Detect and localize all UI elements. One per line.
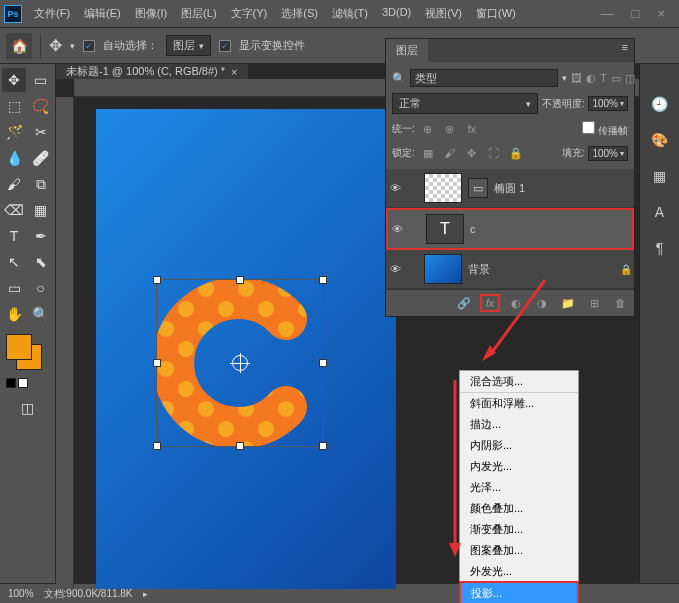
swatches-icon[interactable]: ▦ (650, 166, 670, 186)
canvas[interactable] (96, 109, 396, 589)
zoom-tool[interactable]: 🔍 (29, 302, 53, 326)
visibility-icon[interactable]: 👁 (390, 223, 404, 235)
history-icon[interactable]: 🕘 (650, 94, 670, 114)
blend-mode-select[interactable]: 正常▾ (392, 93, 538, 114)
dropdown-icon[interactable]: ▾ (70, 41, 75, 51)
filter-adjust-icon[interactable]: ◐ (586, 69, 596, 87)
layer-item-text-c[interactable]: 👁 T c (386, 208, 634, 250)
menu-layer[interactable]: 图层(L) (175, 2, 222, 25)
new-layer-button[interactable]: ⊞ (584, 294, 604, 312)
fx-outer-glow[interactable]: 外发光... (460, 561, 578, 582)
menu-image[interactable]: 图像(I) (129, 2, 173, 25)
fx-inner-shadow[interactable]: 内阴影... (460, 435, 578, 456)
auto-select-target[interactable]: 图层▾ (166, 35, 211, 56)
layer-mask-thumb[interactable]: ▭ (468, 178, 488, 198)
layer-name[interactable]: 椭圆 1 (494, 181, 632, 196)
hand-tool[interactable]: ✋ (2, 302, 26, 326)
visibility-icon[interactable]: 👁 (388, 263, 402, 275)
propagate-checkbox[interactable] (582, 121, 595, 134)
unify-style-icon[interactable]: fx (463, 120, 481, 138)
artboard-tool[interactable]: ▭ (29, 68, 53, 92)
menu-file[interactable]: 文件(F) (28, 2, 76, 25)
fx-bevel[interactable]: 斜面和浮雕... (460, 393, 578, 414)
link-layers-button[interactable]: 🔗 (454, 294, 474, 312)
ruler-vertical[interactable] (56, 97, 74, 589)
menu-edit[interactable]: 编辑(E) (78, 2, 127, 25)
zoom-level[interactable]: 100% (8, 588, 34, 599)
layer-name[interactable]: c (470, 223, 630, 235)
quick-select-tool[interactable]: 🪄 (2, 120, 26, 144)
fx-pattern-overlay[interactable]: 图案叠加... (460, 540, 578, 561)
marquee-tool[interactable]: ⬚ (2, 94, 26, 118)
layer-thumb[interactable]: T (426, 214, 464, 244)
lock-all-icon[interactable]: 🔒 (507, 144, 525, 162)
brush-tool[interactable]: 🖌 (2, 172, 26, 196)
fx-gradient-overlay[interactable]: 渐变叠加... (460, 519, 578, 540)
unify-vis-icon[interactable]: ⊗ (441, 120, 459, 138)
menu-select[interactable]: 选择(S) (275, 2, 324, 25)
show-transform-checkbox[interactable]: ✓ (219, 40, 231, 52)
quick-mask-tool[interactable]: ◫ (16, 396, 40, 420)
opacity-input[interactable]: 100%▾ (588, 96, 628, 111)
healing-tool[interactable]: 🩹 (29, 146, 53, 170)
crop-tool[interactable]: ✂ (29, 120, 53, 144)
fx-color-overlay[interactable]: 颜色叠加... (460, 498, 578, 519)
info-dropdown-icon[interactable]: ▸ (143, 589, 148, 599)
layers-tab[interactable]: 图层 (386, 39, 428, 62)
gradient-tool[interactable]: ▦ (29, 198, 53, 222)
lock-pos-icon[interactable]: ✥ (463, 144, 481, 162)
lasso-tool[interactable]: 📿 (29, 94, 53, 118)
document-tab[interactable]: 未标题-1 @ 100% (C, RGB/8#) * × (56, 64, 248, 79)
rectangle-tool[interactable]: ▭ (2, 276, 26, 300)
delete-layer-button[interactable]: 🗑 (610, 294, 630, 312)
fill-input[interactable]: 100%▾ (588, 146, 628, 161)
lock-nest-icon[interactable]: ⛶ (485, 144, 503, 162)
fg-swatch[interactable] (6, 334, 32, 360)
lock-paint-icon[interactable]: 🖌 (441, 144, 459, 162)
fx-drop-shadow[interactable]: 投影... (459, 581, 579, 603)
filter-smart-icon[interactable]: ◫ (625, 69, 635, 87)
layer-thumb[interactable] (424, 254, 462, 284)
layer-thumb[interactable] (424, 173, 462, 203)
eyedropper-tool[interactable]: 💧 (2, 146, 26, 170)
ellipse-tool[interactable]: ○ (29, 276, 53, 300)
fx-satin[interactable]: 光泽... (460, 477, 578, 498)
fx-inner-glow[interactable]: 内发光... (460, 456, 578, 477)
panel-menu-icon[interactable]: ≡ (616, 39, 634, 62)
menu-type[interactable]: 文字(Y) (225, 2, 274, 25)
color-swatches[interactable] (6, 334, 46, 374)
stamp-tool[interactable]: ⧉ (29, 172, 53, 196)
eraser-tool[interactable]: ⌫ (2, 198, 26, 222)
move-tool[interactable]: ✥ (2, 68, 26, 92)
minimize-button[interactable]: — (601, 6, 614, 21)
type-tool[interactable]: T (2, 224, 26, 248)
pen-tool[interactable]: ✒ (29, 224, 53, 248)
filter-shape-icon[interactable]: ▭ (611, 69, 621, 87)
direct-select-tool[interactable]: ⬉ (29, 250, 53, 274)
lock-trans-icon[interactable]: ▦ (419, 144, 437, 162)
maximize-button[interactable]: □ (632, 6, 640, 21)
filter-pixel-icon[interactable]: 🖼 (571, 69, 582, 87)
filter-type-icon[interactable]: T (600, 69, 607, 87)
unify-pos-icon[interactable]: ⊕ (419, 120, 437, 138)
paragraph-icon[interactable]: ¶ (650, 238, 670, 258)
transform-box[interactable] (156, 279, 324, 447)
menu-view[interactable]: 视图(V) (419, 2, 468, 25)
home-button[interactable]: 🏠 (6, 33, 32, 59)
character-icon[interactable]: A (650, 202, 670, 222)
path-select-tool[interactable]: ↖ (2, 250, 26, 274)
visibility-icon[interactable]: 👁 (388, 182, 402, 194)
fx-stroke[interactable]: 描边... (460, 414, 578, 435)
color-icon[interactable]: 🎨 (650, 130, 670, 150)
fx-blend-options[interactable]: 混合选项... (460, 371, 578, 393)
layer-filter-select[interactable] (410, 69, 558, 87)
layer-item-ellipse[interactable]: 👁 ▭ 椭圆 1 (386, 169, 634, 208)
menu-3d[interactable]: 3D(D) (376, 2, 417, 25)
close-button[interactable]: × (657, 6, 665, 21)
group-button[interactable]: 📁 (558, 294, 578, 312)
annotation-arrow-2 (440, 375, 470, 562)
auto-select-checkbox[interactable]: ✓ (83, 40, 95, 52)
close-tab-icon[interactable]: × (231, 66, 237, 78)
menu-filter[interactable]: 滤镜(T) (326, 2, 374, 25)
menu-window[interactable]: 窗口(W) (470, 2, 522, 25)
